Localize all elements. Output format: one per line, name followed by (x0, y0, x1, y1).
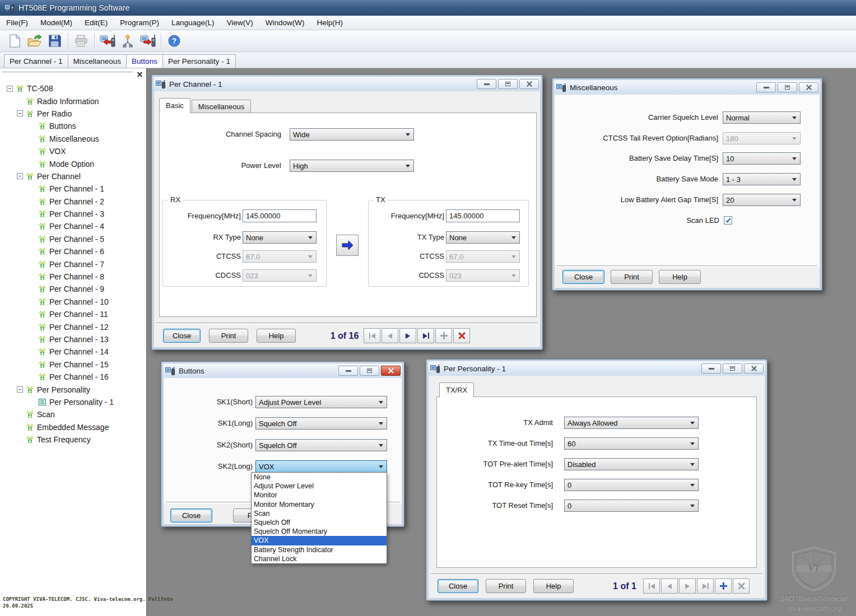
tree-expander-icon[interactable] (17, 173, 23, 179)
tree-expander-icon[interactable] (17, 386, 23, 393)
tree-item[interactable]: Per Channel - 5 (0, 233, 146, 245)
tree-expander-icon[interactable] (7, 86, 13, 92)
tree-item[interactable]: Per Personality - 1 (0, 396, 146, 408)
dropdown-option[interactable]: Adjust Power Level (252, 482, 387, 491)
tree-item[interactable]: Per Channel - 14 (0, 346, 146, 358)
help-button[interactable]: Help (257, 329, 296, 343)
restore-button[interactable] (360, 366, 379, 376)
battery-save-delay-select[interactable]: 10 (723, 152, 801, 165)
channel-spacing-select[interactable]: Wide (290, 128, 414, 141)
menu-help[interactable]: Help(H) (310, 16, 349, 30)
tx-timeout-select[interactable]: 60 (564, 437, 699, 450)
battery-save-mode-select[interactable]: 1 - 3 (723, 173, 801, 185)
tree-item[interactable]: Per Personality (0, 383, 146, 395)
connection-test-button[interactable] (118, 32, 137, 50)
tree-item[interactable]: Mode Option (0, 157, 146, 170)
tree-item[interactable]: Scan (0, 408, 146, 421)
sk2-long-select[interactable]: VOX (255, 460, 387, 473)
print-button[interactable]: Print (209, 329, 248, 343)
close-window-button[interactable] (519, 79, 539, 89)
first-record-button[interactable] (643, 578, 660, 594)
sk1-long-select[interactable]: Squelch Off (255, 417, 387, 430)
close-window-button[interactable] (381, 366, 401, 376)
tree-item[interactable]: Per Channel - 1 (0, 183, 146, 195)
help-button[interactable]: Help (659, 270, 701, 284)
help-button[interactable]: ? (165, 32, 184, 50)
rx-type-select[interactable]: None (243, 231, 317, 244)
tree-item[interactable]: Per Channel - 3 (0, 208, 146, 220)
read-from-radio-button[interactable] (98, 32, 117, 50)
tot-reset-select[interactable]: 0 (564, 500, 699, 512)
print-button[interactable]: Print (611, 270, 653, 284)
minimize-button[interactable] (756, 82, 776, 92)
tree-item[interactable]: Per Channel (0, 170, 146, 183)
menu-program[interactable]: Program(P) (114, 16, 165, 30)
carrier-squelch-select[interactable]: Normal (723, 111, 801, 124)
miscellaneous-titlebar[interactable]: Miscellaneous (554, 80, 820, 95)
menu-view[interactable]: View(V) (221, 16, 259, 30)
tree-panel-close-button[interactable] (137, 70, 142, 78)
close-window-button[interactable] (799, 82, 818, 92)
tab-basic[interactable]: Basic (159, 98, 190, 113)
tab-miscellaneous[interactable]: Miscellaneous (192, 100, 251, 113)
menu-edit[interactable]: Edit(E) (78, 16, 114, 30)
close-button[interactable]: Close (170, 508, 212, 522)
scan-led-checkbox[interactable] (724, 216, 732, 225)
dropdown-option[interactable]: Monitor Momentary (252, 500, 387, 509)
dropdown-option[interactable]: VOX (252, 536, 387, 545)
previous-record-button[interactable] (382, 328, 398, 343)
tree-item[interactable]: Embedded Message (0, 421, 146, 433)
tree-item[interactable]: Per Channel - 16 (0, 371, 146, 383)
minimize-button[interactable] (338, 366, 358, 376)
restore-button[interactable] (498, 79, 518, 89)
low-battery-alert-select[interactable]: 20 (723, 194, 801, 206)
sk1-short-select[interactable]: Adjust Power Level (255, 396, 387, 408)
first-record-button[interactable] (364, 328, 380, 343)
tree-item[interactable]: Per Channel - 4 (0, 220, 146, 232)
dropdown-option[interactable]: Monitor (252, 491, 387, 500)
minimize-button[interactable] (477, 79, 496, 89)
next-record-button[interactable] (679, 578, 696, 594)
tx-frequency-input[interactable]: 145.00000 (446, 209, 520, 222)
tree-item[interactable]: Radio Information (0, 95, 146, 107)
menu-language[interactable]: Language(L) (165, 16, 221, 30)
tree-item[interactable]: Test Frequency (0, 433, 146, 446)
tree-item[interactable]: TC-508 (0, 82, 146, 95)
tree-item[interactable]: Per Channel - 15 (0, 358, 146, 371)
per-personality-titlebar[interactable]: Per Personality - 1 (428, 361, 765, 376)
copy-rx-to-tx-button[interactable] (336, 235, 359, 256)
buttons-titlebar[interactable]: Buttons (163, 363, 402, 378)
tree-item[interactable]: Miscellaneous (0, 133, 146, 145)
close-button[interactable]: Close (438, 579, 478, 593)
tree-item[interactable]: Per Channel - 13 (0, 333, 146, 346)
save-file-button[interactable] (45, 32, 64, 50)
tree-item[interactable]: Buttons (0, 120, 146, 132)
tree-item[interactable]: Per Channel - 7 (0, 258, 146, 270)
print-button[interactable] (72, 32, 91, 50)
menu-file[interactable]: File(F) (0, 16, 34, 30)
menu-window[interactable]: Window(W) (259, 16, 311, 30)
tree-item[interactable]: VOX (0, 145, 146, 157)
tree-expander-icon[interactable] (17, 110, 23, 116)
doc-tab-per-personality-1[interactable]: Per Personality - 1 (162, 54, 236, 68)
close-window-button[interactable] (744, 363, 764, 374)
per-channel-titlebar[interactable]: Per Channel - 1 (153, 77, 541, 91)
tree-item[interactable]: Per Channel - 2 (0, 195, 146, 208)
tree-panel-grip[interactable] (2, 72, 133, 73)
restore-button[interactable] (778, 82, 797, 92)
open-file-button[interactable] (25, 32, 44, 50)
tot-pre-alert-select[interactable]: Disabled (564, 458, 699, 470)
tree-item[interactable]: Per Channel - 9 (0, 283, 146, 295)
dropdown-option[interactable]: Battery Strength Indicator (252, 545, 387, 554)
tree-item[interactable]: Per Channel - 6 (0, 245, 146, 258)
tree-item[interactable]: Per Radio (0, 108, 146, 120)
dropdown-option[interactable]: Channel Lock (252, 554, 387, 563)
print-button[interactable]: Print (486, 579, 526, 593)
sk2-short-select[interactable]: Squelch Off (255, 439, 387, 451)
power-level-select[interactable]: High (290, 160, 414, 172)
last-record-button[interactable] (417, 328, 434, 343)
dropdown-option[interactable]: None (252, 473, 387, 482)
tree-item[interactable]: Per Channel - 8 (0, 270, 146, 283)
tree-item[interactable]: Per Channel - 10 (0, 296, 146, 308)
help-button[interactable]: Help (533, 579, 574, 593)
